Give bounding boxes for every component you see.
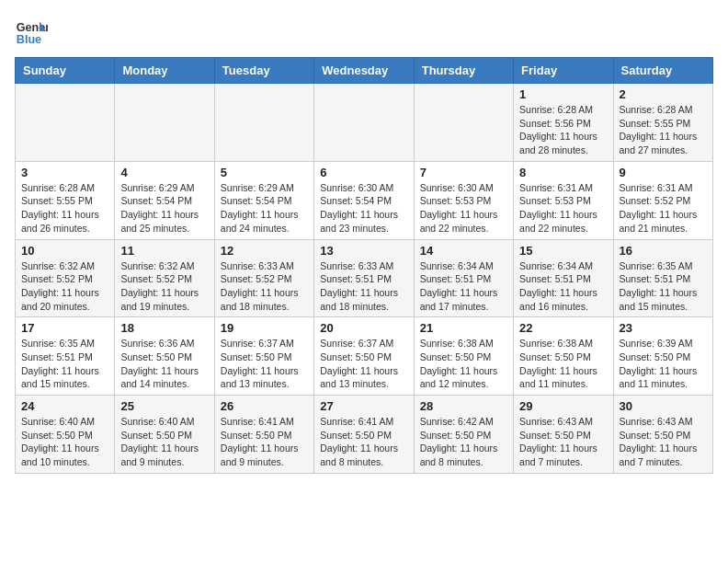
day-detail: Sunrise: 6:41 AM Sunset: 5:50 PM Dayligh… — [221, 415, 308, 469]
weekday-header-wednesday: Wednesday — [314, 58, 414, 84]
day-cell — [214, 84, 313, 162]
day-cell: 20Sunrise: 6:37 AM Sunset: 5:50 PM Dayli… — [314, 317, 414, 396]
day-number: 12 — [221, 244, 308, 258]
day-number: 18 — [120, 321, 208, 335]
day-detail: Sunrise: 6:33 AM Sunset: 5:51 PM Dayligh… — [320, 259, 407, 314]
day-cell: 30Sunrise: 6:43 AM Sunset: 5:50 PM Dayli… — [613, 396, 712, 474]
day-number: 14 — [420, 244, 507, 258]
day-cell: 18Sunrise: 6:36 AM Sunset: 5:50 PM Dayli… — [115, 317, 214, 396]
day-cell — [414, 84, 513, 162]
day-cell: 19Sunrise: 6:37 AM Sunset: 5:50 PM Dayli… — [214, 317, 313, 396]
weekday-header-sunday: Sunday — [16, 58, 115, 84]
day-cell: 2Sunrise: 6:28 AM Sunset: 5:55 PM Daylig… — [613, 84, 712, 162]
day-detail: Sunrise: 6:40 AM Sunset: 5:50 PM Dayligh… — [120, 415, 208, 469]
day-cell: 17Sunrise: 6:35 AM Sunset: 5:51 PM Dayli… — [16, 317, 115, 396]
day-number: 3 — [21, 166, 108, 179]
day-detail: Sunrise: 6:28 AM Sunset: 5:56 PM Dayligh… — [519, 103, 607, 157]
day-cell: 13Sunrise: 6:33 AM Sunset: 5:51 PM Dayli… — [314, 239, 414, 317]
day-cell: 4Sunrise: 6:29 AM Sunset: 5:54 PM Daylig… — [115, 161, 214, 239]
day-detail: Sunrise: 6:38 AM Sunset: 5:50 PM Dayligh… — [519, 337, 607, 391]
calendar-table: SundayMondayTuesdayWednesdayThursdayFrid… — [15, 57, 713, 474]
day-detail: Sunrise: 6:42 AM Sunset: 5:50 PM Dayligh… — [420, 415, 507, 469]
day-cell: 8Sunrise: 6:31 AM Sunset: 5:53 PM Daylig… — [514, 161, 613, 239]
day-detail: Sunrise: 6:31 AM Sunset: 5:52 PM Dayligh… — [620, 181, 707, 236]
svg-text:Blue: Blue — [17, 33, 41, 46]
day-cell: 12Sunrise: 6:33 AM Sunset: 5:52 PM Dayli… — [214, 239, 313, 317]
day-number: 11 — [120, 244, 208, 258]
day-cell — [115, 84, 214, 162]
day-detail: Sunrise: 6:28 AM Sunset: 5:55 PM Dayligh… — [620, 103, 707, 157]
day-number: 10 — [21, 244, 108, 258]
week-row-2: 3Sunrise: 6:28 AM Sunset: 5:55 PM Daylig… — [16, 161, 713, 239]
day-cell: 5Sunrise: 6:29 AM Sunset: 5:54 PM Daylig… — [214, 161, 313, 239]
day-cell: 29Sunrise: 6:43 AM Sunset: 5:50 PM Dayli… — [514, 396, 613, 474]
day-cell: 6Sunrise: 6:30 AM Sunset: 5:54 PM Daylig… — [314, 161, 414, 239]
day-cell: 25Sunrise: 6:40 AM Sunset: 5:50 PM Dayli… — [115, 396, 214, 474]
day-cell: 15Sunrise: 6:34 AM Sunset: 5:51 PM Dayli… — [514, 239, 613, 317]
day-detail: Sunrise: 6:43 AM Sunset: 5:50 PM Dayligh… — [519, 415, 607, 469]
weekday-header-tuesday: Tuesday — [214, 58, 313, 84]
day-number: 21 — [420, 321, 507, 335]
day-detail: Sunrise: 6:43 AM Sunset: 5:50 PM Dayligh… — [620, 415, 707, 469]
day-detail: Sunrise: 6:35 AM Sunset: 5:51 PM Dayligh… — [21, 337, 108, 391]
day-cell: 9Sunrise: 6:31 AM Sunset: 5:52 PM Daylig… — [613, 161, 712, 239]
weekday-header-saturday: Saturday — [613, 58, 712, 84]
day-number: 2 — [620, 87, 707, 101]
day-cell: 1Sunrise: 6:28 AM Sunset: 5:56 PM Daylig… — [514, 84, 613, 162]
page-header: General Blue — [15, 15, 713, 48]
weekday-header-row: SundayMondayTuesdayWednesdayThursdayFrid… — [16, 58, 713, 84]
day-number: 5 — [221, 166, 308, 179]
day-cell: 21Sunrise: 6:38 AM Sunset: 5:50 PM Dayli… — [414, 317, 513, 396]
day-detail: Sunrise: 6:38 AM Sunset: 5:50 PM Dayligh… — [420, 337, 507, 391]
day-detail: Sunrise: 6:39 AM Sunset: 5:50 PM Dayligh… — [620, 337, 707, 391]
week-row-1: 1Sunrise: 6:28 AM Sunset: 5:56 PM Daylig… — [16, 84, 713, 162]
week-row-4: 17Sunrise: 6:35 AM Sunset: 5:51 PM Dayli… — [16, 317, 713, 396]
weekday-header-thursday: Thursday — [414, 58, 513, 84]
weekday-header-monday: Monday — [115, 58, 214, 84]
weekday-header-friday: Friday — [514, 58, 613, 84]
day-number: 23 — [620, 321, 707, 335]
day-detail: Sunrise: 6:31 AM Sunset: 5:53 PM Dayligh… — [519, 181, 607, 236]
day-number: 20 — [320, 321, 407, 335]
day-detail: Sunrise: 6:28 AM Sunset: 5:55 PM Dayligh… — [21, 181, 108, 236]
day-number: 28 — [420, 399, 507, 413]
day-detail: Sunrise: 6:32 AM Sunset: 5:52 PM Dayligh… — [120, 259, 208, 314]
day-cell: 24Sunrise: 6:40 AM Sunset: 5:50 PM Dayli… — [16, 396, 115, 474]
day-number: 13 — [320, 244, 407, 258]
day-detail: Sunrise: 6:29 AM Sunset: 5:54 PM Dayligh… — [221, 181, 308, 236]
day-number: 26 — [221, 399, 308, 413]
day-cell: 27Sunrise: 6:41 AM Sunset: 5:50 PM Dayli… — [314, 396, 414, 474]
day-detail: Sunrise: 6:32 AM Sunset: 5:52 PM Dayligh… — [21, 259, 108, 314]
day-cell: 23Sunrise: 6:39 AM Sunset: 5:50 PM Dayli… — [613, 317, 712, 396]
day-detail: Sunrise: 6:36 AM Sunset: 5:50 PM Dayligh… — [120, 337, 208, 391]
day-detail: Sunrise: 6:34 AM Sunset: 5:51 PM Dayligh… — [519, 259, 607, 314]
day-detail: Sunrise: 6:40 AM Sunset: 5:50 PM Dayligh… — [21, 415, 108, 469]
week-row-3: 10Sunrise: 6:32 AM Sunset: 5:52 PM Dayli… — [16, 239, 713, 317]
day-cell: 10Sunrise: 6:32 AM Sunset: 5:52 PM Dayli… — [16, 239, 115, 317]
day-number: 9 — [620, 166, 707, 179]
day-detail: Sunrise: 6:34 AM Sunset: 5:51 PM Dayligh… — [420, 259, 507, 314]
day-number: 19 — [221, 321, 308, 335]
day-number: 17 — [21, 321, 108, 335]
day-cell: 11Sunrise: 6:32 AM Sunset: 5:52 PM Dayli… — [115, 239, 214, 317]
day-number: 27 — [320, 399, 407, 413]
day-cell: 16Sunrise: 6:35 AM Sunset: 5:51 PM Dayli… — [613, 239, 712, 317]
day-number: 30 — [620, 399, 707, 413]
day-cell — [314, 84, 414, 162]
day-cell: 3Sunrise: 6:28 AM Sunset: 5:55 PM Daylig… — [16, 161, 115, 239]
day-cell — [16, 84, 115, 162]
day-detail: Sunrise: 6:33 AM Sunset: 5:52 PM Dayligh… — [221, 259, 308, 314]
day-detail: Sunrise: 6:37 AM Sunset: 5:50 PM Dayligh… — [221, 337, 308, 391]
day-number: 24 — [21, 399, 108, 413]
day-cell: 7Sunrise: 6:30 AM Sunset: 5:53 PM Daylig… — [414, 161, 513, 239]
day-number: 29 — [519, 399, 607, 413]
logo-icon: General Blue — [15, 15, 48, 48]
day-number: 4 — [120, 166, 208, 179]
day-number: 15 — [519, 244, 607, 258]
day-number: 25 — [120, 399, 208, 413]
day-number: 22 — [519, 321, 607, 335]
day-cell: 28Sunrise: 6:42 AM Sunset: 5:50 PM Dayli… — [414, 396, 513, 474]
day-number: 7 — [420, 166, 507, 179]
day-detail: Sunrise: 6:37 AM Sunset: 5:50 PM Dayligh… — [320, 337, 407, 391]
day-detail: Sunrise: 6:30 AM Sunset: 5:54 PM Dayligh… — [320, 181, 407, 236]
